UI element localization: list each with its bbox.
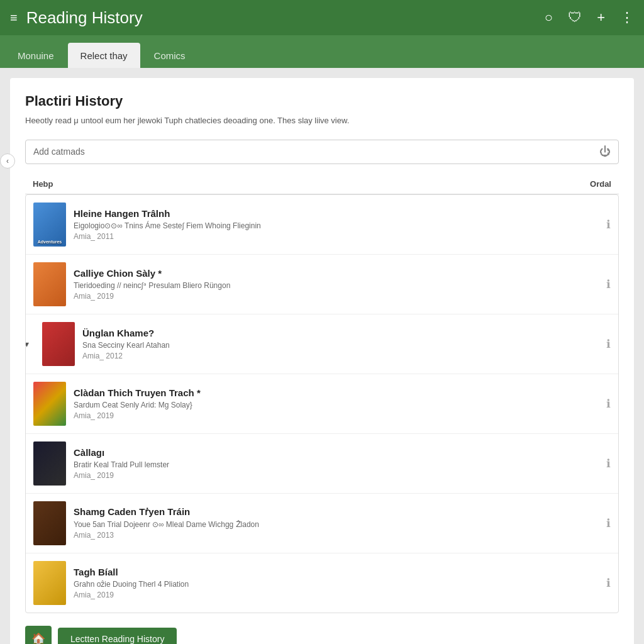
- book-year: Amia_ 2013: [74, 531, 599, 540]
- overflow-menu-icon[interactable]: ⋮: [620, 9, 634, 26]
- tab-relect-thay[interactable]: Relect thay: [68, 43, 140, 68]
- book-info-icon[interactable]: ℹ: [606, 576, 611, 590]
- book-info-icon[interactable]: ℹ: [606, 218, 611, 231]
- page-title: Plactiri History: [25, 93, 619, 109]
- book-info: Càllagı Bratir Keal Trald Pull lemster A…: [74, 447, 599, 480]
- book-info-icon[interactable]: ℹ: [606, 337, 611, 351]
- book-title: Calliye Chion Sàly *: [74, 268, 599, 279]
- book-subtitle: Eigologio⊙⊙∞ Tnins Áme Seste∫ Fiem Whoin…: [74, 221, 599, 230]
- add-bar-label: Add catmads: [33, 147, 599, 157]
- book-year: Amia_ 2011: [74, 232, 599, 241]
- book-info: Clàdan Thich Truyen Trach * Sardum Ceat …: [74, 387, 599, 420]
- dropdown-arrow-icon[interactable]: ▾: [25, 339, 29, 349]
- book-info-icon[interactable]: ℹ: [606, 457, 611, 470]
- list-item: Càllagı Bratir Keal Trald Pull lemster A…: [26, 434, 618, 494]
- book-year: Amia_ 2019: [74, 411, 599, 420]
- book-year: Amia_ 2019: [74, 292, 599, 301]
- book-cover: [33, 561, 66, 605]
- book-info: Ünglan Khame? Sna Secciny Kearl Atahan A…: [82, 328, 599, 360]
- book-info: Calliye Chion Sàly * Tieridoeding // nei…: [74, 268, 599, 301]
- shield-icon[interactable]: 🛡: [568, 9, 582, 26]
- book-info-icon[interactable]: ℹ: [606, 516, 611, 530]
- book-info: Tagh Bíall Grahn oẑie Duoing Therl 4 Pli…: [74, 567, 599, 599]
- list-item: Calliye Chion Sàly * Tieridoeding // nei…: [26, 255, 618, 314]
- list-item: ▾ Ünglan Khame? Sna Secciny Kearl Atahan…: [26, 314, 618, 374]
- book-subtitle: Tieridoeding // neinc∫ᵃ Presulam Bliero …: [74, 281, 599, 290]
- book-subtitle: Grahn oẑie Duoing Therl 4 Pliation: [74, 580, 599, 589]
- home-button[interactable]: 🏠: [25, 626, 52, 645]
- col-header-left: Hebp: [33, 179, 53, 189]
- book-list: Adventures Hleine Hangen Trâlnh Eigologi…: [25, 194, 619, 613]
- book-info: Shamg Caden Tṙyen Tráin Youe 5an Trial D…: [74, 506, 599, 540]
- book-title: Shamg Caden Tṙyen Tráin: [74, 506, 599, 518]
- book-subtitle: Bratir Keal Trald Pull lemster: [74, 460, 599, 469]
- book-cover: [33, 262, 66, 306]
- bottom-bar: 🏠 Lectten Reading History: [25, 626, 619, 645]
- tab-monuine[interactable]: Monuine: [5, 43, 67, 68]
- add-catmads-bar[interactable]: Add catmads ⏻: [25, 140, 619, 164]
- list-item: Adventures Hleine Hangen Trâlnh Eigologi…: [26, 195, 618, 255]
- book-cover: [42, 322, 75, 366]
- app-header: ≡ Reading History ○ 🛡 + ⋮: [0, 0, 644, 35]
- book-cover: Adventures: [33, 203, 66, 247]
- book-info-icon[interactable]: ℹ: [606, 277, 611, 291]
- book-title: Hleine Hangen Trâlnh: [74, 208, 599, 219]
- lectten-reading-history-button[interactable]: Lectten Reading History: [58, 628, 177, 645]
- book-title: Ünglan Khame?: [82, 328, 599, 338]
- collapse-button[interactable]: ‹: [0, 153, 15, 169]
- tabs-bar: Monuine Relect thay Comics: [0, 35, 644, 68]
- book-title: Clàdan Thich Truyen Trach *: [74, 387, 599, 398]
- col-header-right: Ordal: [590, 179, 611, 189]
- plus-icon[interactable]: +: [597, 9, 605, 26]
- book-cover: [33, 501, 66, 545]
- cover-label: Adventures: [35, 240, 65, 244]
- book-year: Amia_ 2019: [74, 471, 599, 480]
- list-item: Clàdan Thich Truyen Trach * Sardum Ceat …: [26, 374, 618, 434]
- header-actions: ○ 🛡 + ⋮: [545, 9, 634, 26]
- book-cover: [33, 441, 66, 486]
- list-item: Tagh Bíall Grahn oẑie Duoing Therl 4 Pli…: [26, 553, 618, 613]
- page-description: Heeotly read μ untool eum her jlewoki Tu…: [25, 114, 619, 127]
- book-subtitle: Sardum Ceat Senly Arid: Mg Solay}: [74, 401, 599, 409]
- book-info: Hleine Hangen Trâlnh Eigologio⊙⊙∞ Tnins …: [74, 208, 599, 241]
- power-icon[interactable]: ⏻: [599, 145, 611, 158]
- table-header: Hebp Ordal: [25, 174, 619, 194]
- content-area: ‹ Plactiri History Heeotly read μ untool…: [0, 68, 644, 644]
- book-title: Càllagı: [74, 447, 599, 458]
- book-year: Amia_ 2019: [74, 591, 599, 599]
- content-card: ‹ Plactiri History Heeotly read μ untool…: [10, 78, 634, 644]
- book-info-icon[interactable]: ℹ: [606, 397, 611, 411]
- book-year: Amia_ 2012: [82, 352, 599, 360]
- book-cover: [33, 382, 66, 426]
- book-subtitle: Youe 5an Trial Dojeenr ⊙∞ Mleal Dame Wic…: [74, 520, 599, 529]
- app-title: Reading History: [26, 8, 545, 28]
- book-title: Tagh Bíall: [74, 567, 599, 577]
- hamburger-icon[interactable]: ≡: [10, 11, 18, 25]
- tab-comics[interactable]: Comics: [142, 43, 198, 68]
- book-subtitle: Sna Secciny Kearl Atahan: [82, 341, 599, 350]
- circle-icon[interactable]: ○: [545, 9, 553, 26]
- list-item: Shamg Caden Tṙyen Tráin Youe 5an Trial D…: [26, 494, 618, 553]
